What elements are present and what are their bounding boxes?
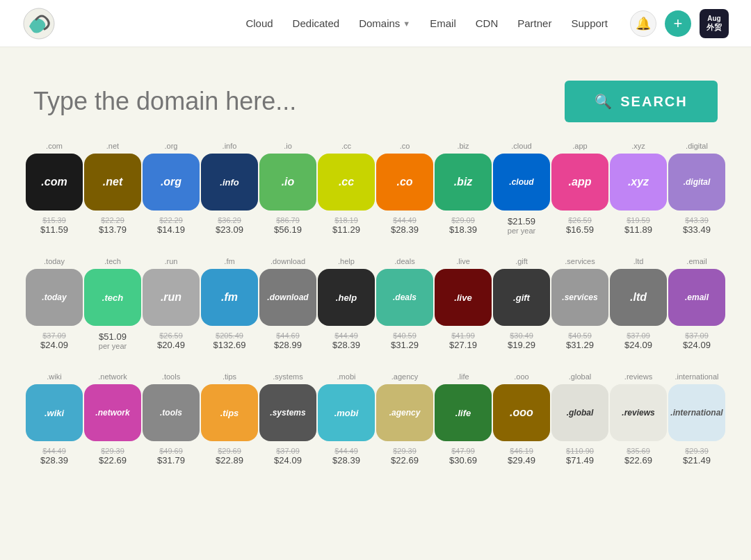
domain-icon-text: .systems <box>267 405 308 420</box>
domain-icon: .cloud <box>493 154 550 211</box>
domain-item-tips[interactable]: .tips.tips$29.69$22.89 <box>203 372 256 466</box>
price-current: $24.09 <box>40 340 68 350</box>
nav-cdn[interactable]: CDN <box>476 17 499 29</box>
domain-item-fm[interactable]: .fm.fm$205.49$132.69 <box>203 257 256 350</box>
domain-item-co[interactable]: .co.co$44.49$28.39 <box>378 142 431 235</box>
price-current: $22.69 <box>391 455 419 466</box>
domain-icon: .network <box>84 384 141 441</box>
domain-item-cc[interactable]: .cc.cc$18.19$11.29 <box>320 142 373 235</box>
domain-item-help[interactable]: .help.help$44.49$28.39 <box>320 257 373 350</box>
price-current: $19.29 <box>508 340 535 350</box>
domain-ext-label: .fm <box>203 257 256 265</box>
price-current: $24.09 <box>274 455 302 466</box>
domain-icon-text: .international <box>668 405 725 420</box>
domain-item-com[interactable]: .com.com$15.39$11.59 <box>28 142 81 235</box>
domain-icon-text: .mobi <box>332 405 362 421</box>
domain-item-deals[interactable]: .deals.deals$40.59$31.29 <box>378 257 431 350</box>
domain-item-reviews[interactable]: .reviews.reviews$35.69$22.69 <box>612 372 665 466</box>
domain-item-run[interactable]: .run.run$26.59$20.49 <box>145 257 197 350</box>
price-original: $30.49 <box>510 331 533 340</box>
domain-item-org[interactable]: .org.org$22.29$14.19 <box>145 142 197 235</box>
nav-support[interactable]: Support <box>571 17 608 29</box>
domain-item-email[interactable]: .email.email$37.09$24.09 <box>670 257 723 350</box>
domain-ext-label: .network <box>86 372 139 381</box>
domain-icon: .ooo <box>493 384 550 441</box>
domain-item-xyz[interactable]: .xyz.xyz$19.59$11.89 <box>612 142 665 235</box>
domain-item-global[interactable]: .global.global$110.90$71.49 <box>554 372 606 466</box>
nav-domains-link[interactable]: Domains <box>359 17 400 29</box>
domain-icon-text: .digital <box>681 174 713 190</box>
domain-ext-label: .org <box>145 142 197 150</box>
domain-item-mobi[interactable]: .mobi.mobi$44.49$28.39 <box>320 372 373 466</box>
user-avatar[interactable]: Aug 外贸 <box>700 9 729 38</box>
domain-item-life[interactable]: .life.life$47.99$30.69 <box>437 372 490 466</box>
domain-item-tools[interactable]: .tools.tools$49.69$31.79 <box>145 372 197 466</box>
domain-icon: .run <box>143 269 200 326</box>
price-current: $22.89 <box>216 455 243 466</box>
main-nav: Cloud Dedicated Domains ▼ Email CDN Part… <box>245 17 608 29</box>
domain-item-systems[interactable]: .systems.systems$37.09$24.09 <box>261 372 314 466</box>
nav-dedicated[interactable]: Dedicated <box>293 17 340 29</box>
notification-button[interactable]: 🔔 <box>630 10 656 37</box>
price-note: per year <box>508 227 535 235</box>
price-current: $31.79 <box>157 455 185 466</box>
domain-item-app[interactable]: .app.app$26.59$16.59 <box>554 142 606 235</box>
domain-row-0: .com.com$15.39$11.59.net.net$22.29$13.79… <box>28 142 723 235</box>
domain-item-io[interactable]: .io.io$86.79$56.19 <box>261 142 314 235</box>
price-original: $15.39 <box>42 216 66 224</box>
price-original: $26.59 <box>568 216 592 224</box>
domain-item-wiki[interactable]: .wiki.wiki$44.49$28.39 <box>28 372 81 466</box>
price-original: $41.99 <box>451 331 475 340</box>
price-original: $35.69 <box>627 447 650 455</box>
domain-item-ltd[interactable]: .ltd.ltd$37.09$24.09 <box>612 257 665 350</box>
price-original: $86.79 <box>276 216 300 224</box>
price-original: $37.09 <box>685 331 709 340</box>
price-current: $29.49 <box>508 455 535 466</box>
domain-icon: .live <box>435 269 492 326</box>
domain-icon: .fm <box>201 269 258 326</box>
logo[interactable] <box>22 7 56 40</box>
nav-email[interactable]: Email <box>430 17 456 29</box>
domain-icon: .reviews <box>610 384 667 441</box>
nav-partner[interactable]: Partner <box>517 17 551 29</box>
domain-icon: .com <box>26 154 83 211</box>
domain-item-services[interactable]: .services.services$40.59$31.29 <box>554 257 606 350</box>
domain-item-net[interactable]: .net.net$22.29$13.79 <box>86 142 139 235</box>
domain-item-cloud[interactable]: .cloud.cloud$21.59per year <box>495 142 548 235</box>
domain-icon-text: .reviews <box>619 405 657 420</box>
domain-item-international[interactable]: .international.international$29.39$21.49 <box>670 372 723 466</box>
domain-item-gift[interactable]: .gift.gift$30.49$19.29 <box>495 257 548 350</box>
domain-ext-label: .agency <box>378 372 431 381</box>
price-original: $29.39 <box>685 447 709 455</box>
domain-item-biz[interactable]: .biz.biz$29.09$18.39 <box>437 142 490 235</box>
price-original: $26.59 <box>159 331 183 340</box>
domain-item-ooo[interactable]: .ooo.ooo$46.19$29.49 <box>495 372 548 466</box>
domain-search-input[interactable] <box>33 81 565 122</box>
price-current: $31.29 <box>391 340 419 350</box>
domain-icon-text: .cloud <box>506 174 536 190</box>
price-current: $11.29 <box>332 224 360 235</box>
search-button[interactable]: 🔍 SEARCH <box>565 81 718 122</box>
price-original: $44.49 <box>42 447 66 455</box>
price-current: $31.29 <box>566 340 594 350</box>
domain-item-download[interactable]: .download.download$44.69$28.99 <box>261 257 314 350</box>
domain-ext-label: .net <box>86 142 139 150</box>
nav-domains[interactable]: Domains ▼ <box>359 17 410 29</box>
domain-icon: .email <box>668 269 725 326</box>
add-button[interactable]: + <box>665 10 691 37</box>
domain-icon: .co <box>376 154 433 211</box>
domain-item-info[interactable]: .info.info$36.29$23.09 <box>203 142 256 235</box>
domain-ext-label: .tools <box>145 372 197 381</box>
domain-icon: .mobi <box>318 384 375 441</box>
domain-item-tech[interactable]: .tech.tech$51.09per year <box>86 257 139 350</box>
domain-ext-label: .today <box>28 257 81 265</box>
domain-item-today[interactable]: .today.today$37.09$24.09 <box>28 257 81 350</box>
domain-item-live[interactable]: .live.live$41.99$27.19 <box>437 257 490 350</box>
domain-item-digital[interactable]: .digital.digital$43.39$33.49 <box>670 142 723 235</box>
domain-icon: .services <box>551 269 608 326</box>
price-current: $14.19 <box>157 224 185 235</box>
domain-item-network[interactable]: .network.network$29.39$22.69 <box>86 372 139 466</box>
header-actions: 🔔 + Aug 外贸 <box>630 9 729 38</box>
domain-item-agency[interactable]: .agency.agency$29.39$22.69 <box>378 372 431 466</box>
nav-cloud[interactable]: Cloud <box>245 17 273 29</box>
